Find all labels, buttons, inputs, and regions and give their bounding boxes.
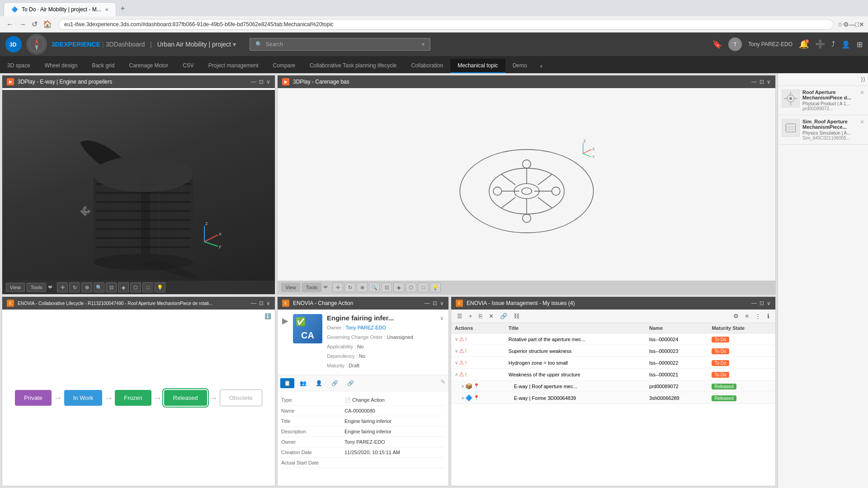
panel-ca-minimize-btn[interactable]: — — [425, 300, 430, 306]
issue-tb-unlink[interactable]: ⛓ — [511, 311, 522, 321]
ca-tab-people[interactable]: 👥 — [296, 378, 310, 388]
bell-icon[interactable]: 🔔3 — [799, 39, 809, 49]
new-tab-btn[interactable]: + — [116, 1, 129, 16]
close-btn[interactable]: ✕ — [859, 21, 864, 28]
project-dropdown-btn[interactable]: ▾ — [233, 41, 236, 48]
engine-tb-zoom[interactable]: 🔍 — [94, 282, 104, 292]
tab-wheel-design[interactable]: Wheel design — [38, 59, 85, 73]
panel-lifecycle-minimize-btn[interactable]: — — [251, 300, 256, 306]
ca-tab-clock[interactable]: 🔗 — [344, 378, 358, 388]
tab-collaboration[interactable]: Collaboration — [404, 59, 451, 73]
add-icon[interactable]: ➕ — [815, 39, 825, 49]
state-inwork[interactable]: In Work — [64, 390, 103, 406]
ca-tab-user[interactable]: 👤 — [312, 378, 326, 388]
search-dropdown-icon[interactable]: ▾ — [422, 41, 425, 47]
apps-icon[interactable]: ⊞ — [857, 40, 863, 49]
tab-csv[interactable]: CSV — [175, 59, 201, 73]
row-expand-btn[interactable]: ∨ — [455, 360, 458, 365]
row-expand-btn[interactable]: ∧ — [455, 372, 458, 377]
row-expand-btn[interactable]: ∧ — [461, 384, 464, 389]
bookmark-btn[interactable]: ☆ — [837, 21, 843, 28]
tab-project-mgmt[interactable]: Project management — [201, 59, 266, 73]
issue-tb-delete[interactable]: ✕ — [486, 311, 496, 321]
panel-ca-menu-btn[interactable]: ∨ — [440, 300, 444, 306]
panel-engine-expand-btn[interactable]: ⊡ — [259, 79, 264, 85]
ca-play-btn[interactable]: ▶ — [282, 314, 288, 326]
issue-tb-list[interactable]: ≡ — [743, 311, 751, 321]
engine-tb-move[interactable]: ⊕ — [81, 282, 92, 292]
row-expand-btn[interactable]: ∨ — [455, 337, 458, 342]
browser-tab[interactable]: 🔷 To Do · Air Mobility | project - M... … — [4, 2, 116, 16]
tab-back-grid[interactable]: Back grid — [85, 59, 122, 73]
sidebar-item-close-2[interactable]: ✕ — [860, 119, 864, 125]
engine-tb-light[interactable]: 💡 — [155, 282, 165, 292]
carenage-tb-fit[interactable]: ⊡ — [381, 282, 392, 292]
reload-btn[interactable]: ↺ — [29, 18, 40, 30]
engine-tb-view3d[interactable]: ◈ — [118, 282, 129, 292]
carenage-view-btn[interactable]: View — [281, 283, 300, 292]
carenage-tb-zoom[interactable]: 🔍 — [369, 282, 380, 292]
dsx-logo[interactable]: 3D — [5, 36, 22, 52]
panel-lifecycle-expand-btn[interactable]: ⊡ — [259, 300, 264, 306]
panel-engine-close-btn[interactable]: ∨ — [266, 79, 270, 85]
panel-engine-minimize-btn[interactable]: — — [251, 79, 256, 85]
panel-carenage-expand-btn[interactable]: ⊡ — [760, 79, 764, 85]
row-expand-btn[interactable]: ∧ — [461, 395, 464, 400]
ca-edit-icon[interactable]: ✎ — [440, 378, 446, 388]
carenage-tools-btn[interactable]: Tools — [302, 283, 322, 292]
carenage-tb-render[interactable]: ⬡ — [406, 282, 416, 292]
back-btn[interactable]: ← — [4, 19, 16, 30]
tab-3d-space[interactable]: 3D space — [0, 59, 38, 73]
engine-view-btn[interactable]: View — [6, 283, 25, 292]
address-bar[interactable]: eu1-ifwe.3dexperience.3ds.com/#dashboard… — [58, 19, 834, 30]
issue-tb-info[interactable]: ℹ — [765, 311, 772, 321]
state-private[interactable]: Private — [15, 390, 51, 406]
carenage-tb-view3d[interactable]: ◈ — [393, 282, 404, 292]
home-btn[interactable]: 🏠 — [40, 18, 55, 30]
compass-widget[interactable] — [26, 34, 47, 55]
issue-tb-add[interactable]: + — [467, 311, 475, 321]
share-icon[interactable]: ⤴ — [831, 40, 835, 48]
panel-carenage-menu-btn[interactable]: ∨ — [767, 79, 771, 85]
ca-expand-btn[interactable]: ∨ — [440, 315, 444, 321]
ca-tab-link[interactable]: 🔗 — [328, 378, 342, 388]
row-expand-btn[interactable]: ∨ — [455, 348, 458, 353]
panel-issue-menu-btn[interactable]: ∨ — [767, 300, 771, 306]
lifecycle-info-icon[interactable]: ℹ️ — [264, 313, 271, 319]
people-icon[interactable]: 👤 — [841, 40, 850, 49]
panel-issue-minimize-btn[interactable]: — — [751, 300, 757, 306]
issue-tb-copy[interactable]: ⎘ — [476, 311, 485, 321]
issue-tb-more[interactable]: ⋮ — [753, 311, 763, 321]
bookmark-icon[interactable]: 🔖 — [712, 39, 722, 49]
sidebar-item-close-1[interactable]: ✕ — [860, 89, 864, 96]
tab-collab-lifecycle[interactable]: Collaborative Task planning lifecycle — [302, 59, 404, 73]
engine-tb-render[interactable]: ⬡ — [130, 282, 141, 292]
engine-tools-btn[interactable]: Tools — [27, 283, 47, 292]
tab-carenage-motor[interactable]: Carenage Motor — [122, 59, 175, 73]
search-input[interactable] — [266, 41, 418, 47]
carenage-tb-section[interactable]: □ — [418, 282, 429, 292]
search-bar[interactable]: 🔍 ▾ — [250, 38, 430, 51]
engine-tb-rotate[interactable]: ↻ — [69, 282, 80, 292]
state-frozen[interactable]: Frozen — [115, 390, 151, 406]
sidebar-collapse-btn[interactable]: ⟩⟩ — [861, 76, 865, 83]
ca-tab-details[interactable]: 📋 — [280, 378, 294, 388]
engine-tb-cursor[interactable]: ✛ — [57, 282, 68, 292]
panel-lifecycle-menu-btn[interactable]: ∨ — [266, 300, 270, 306]
carenage-tb-light[interactable]: 💡 — [430, 282, 441, 292]
panel-ca-expand-btn[interactable]: ⊡ — [433, 300, 437, 306]
issue-tb-settings[interactable]: ⚙ — [731, 311, 741, 321]
tab-demo[interactable]: Demo — [505, 59, 534, 73]
minimize-btn[interactable]: — — [849, 21, 855, 28]
engine-tb-fit[interactable]: ⊡ — [106, 282, 117, 292]
carenage-tb-rotate[interactable]: ↻ — [344, 282, 355, 292]
sidebar-item-sim-roof[interactable]: Sim_Roof Aperture MechanismPiece... Phys… — [778, 115, 868, 145]
issue-tb-link[interactable]: 🔗 — [498, 311, 509, 321]
carenage-tb-cursor[interactable]: ✛ — [332, 282, 343, 292]
state-obsolete[interactable]: Obsolete — [220, 389, 262, 406]
tab-mechanical[interactable]: Mechanical topic — [450, 59, 505, 73]
settings-btn[interactable]: ⚙ — [843, 21, 849, 28]
tab-close-btn[interactable]: ✕ — [105, 7, 108, 12]
panel-issue-expand-btn[interactable]: ⊡ — [760, 300, 764, 306]
issue-tb-filter[interactable]: ☰ — [455, 311, 465, 321]
